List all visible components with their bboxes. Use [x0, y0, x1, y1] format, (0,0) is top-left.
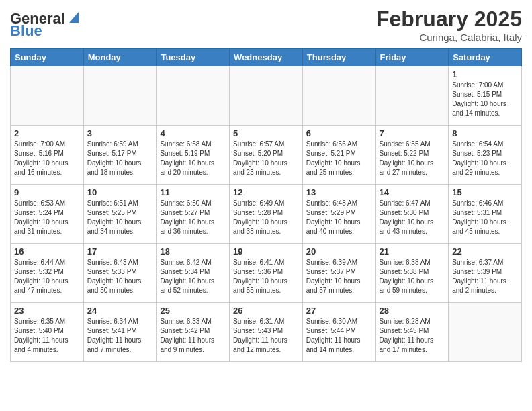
day-info: Sunrise: 6:47 AM Sunset: 5:30 PM Dayligh… — [380, 199, 445, 236]
day-info: Sunrise: 6:42 AM Sunset: 5:34 PM Dayligh… — [160, 258, 226, 295]
table-row: 9Sunrise: 6:53 AM Sunset: 5:24 PM Daylig… — [11, 185, 84, 244]
logo: General Blue — [10, 11, 79, 38]
month-year: February 2025 — [376, 7, 522, 32]
day-info: Sunrise: 6:30 AM Sunset: 5:44 PM Dayligh… — [306, 317, 372, 355]
table-row: 4Sunrise: 6:58 AM Sunset: 5:19 PM Daylig… — [157, 126, 230, 185]
day-info: Sunrise: 6:53 AM Sunset: 5:24 PM Dayligh… — [14, 199, 80, 236]
table-row: 14Sunrise: 6:47 AM Sunset: 5:30 PM Dayli… — [375, 185, 449, 244]
logo-blue: Blue — [10, 24, 42, 38]
day-number: 13 — [306, 187, 372, 197]
day-number: 7 — [380, 128, 445, 138]
table-row — [157, 66, 230, 126]
calendar-table: Sunday Monday Tuesday Wednesday Thursday… — [10, 48, 522, 362]
table-row — [449, 303, 522, 362]
col-monday: Monday — [83, 49, 157, 66]
day-info: Sunrise: 6:46 AM Sunset: 5:31 PM Dayligh… — [452, 199, 518, 236]
table-row — [11, 66, 84, 126]
table-row: 17Sunrise: 6:43 AM Sunset: 5:33 PM Dayli… — [83, 244, 157, 303]
day-number: 9 — [14, 187, 80, 197]
day-number: 1 — [452, 69, 518, 79]
logo-triangle-icon — [66, 12, 79, 24]
table-row: 18Sunrise: 6:42 AM Sunset: 5:34 PM Dayli… — [157, 244, 230, 303]
day-number: 3 — [87, 128, 153, 138]
day-number: 19 — [233, 246, 299, 257]
day-info: Sunrise: 6:34 AM Sunset: 5:41 PM Dayligh… — [87, 317, 153, 355]
day-number: 16 — [14, 246, 80, 257]
day-number: 4 — [160, 128, 226, 138]
day-number: 28 — [380, 306, 445, 316]
day-number: 23 — [14, 306, 80, 316]
table-row: 28Sunrise: 6:28 AM Sunset: 5:45 PM Dayli… — [375, 303, 449, 362]
calendar-header-row: Sunday Monday Tuesday Wednesday Thursday… — [11, 49, 522, 66]
day-number: 20 — [306, 246, 372, 257]
day-number: 8 — [452, 128, 518, 138]
day-number: 10 — [87, 187, 153, 197]
table-row: 7Sunrise: 6:55 AM Sunset: 5:22 PM Daylig… — [375, 126, 449, 185]
table-row — [375, 66, 449, 126]
calendar-week-row: 9Sunrise: 6:53 AM Sunset: 5:24 PM Daylig… — [11, 185, 522, 244]
day-number: 25 — [160, 306, 226, 316]
day-number: 2 — [14, 128, 80, 138]
day-number: 17 — [87, 246, 153, 257]
day-info: Sunrise: 6:58 AM Sunset: 5:19 PM Dayligh… — [160, 140, 226, 177]
table-row: 3Sunrise: 6:59 AM Sunset: 5:17 PM Daylig… — [83, 126, 157, 185]
table-row: 13Sunrise: 6:48 AM Sunset: 5:29 PM Dayli… — [302, 185, 375, 244]
day-number: 12 — [233, 187, 299, 197]
col-wednesday: Wednesday — [230, 49, 303, 66]
table-row: 5Sunrise: 6:57 AM Sunset: 5:20 PM Daylig… — [230, 126, 303, 185]
day-info: Sunrise: 6:37 AM Sunset: 5:39 PM Dayligh… — [452, 258, 518, 295]
day-number: 22 — [452, 246, 518, 257]
table-row: 15Sunrise: 6:46 AM Sunset: 5:31 PM Dayli… — [449, 185, 522, 244]
header: General Blue February 2025 Curinga, Cala… — [10, 7, 522, 43]
day-number: 26 — [233, 306, 299, 316]
day-info: Sunrise: 6:49 AM Sunset: 5:28 PM Dayligh… — [233, 199, 299, 236]
day-number: 15 — [452, 187, 518, 197]
day-info: Sunrise: 6:41 AM Sunset: 5:36 PM Dayligh… — [233, 258, 299, 295]
day-info: Sunrise: 6:33 AM Sunset: 5:42 PM Dayligh… — [160, 317, 226, 355]
table-row: 27Sunrise: 6:30 AM Sunset: 5:44 PM Dayli… — [302, 303, 375, 362]
day-number: 14 — [380, 187, 445, 197]
day-number: 27 — [306, 306, 372, 316]
location: Curinga, Calabria, Italy — [376, 32, 522, 43]
table-row: 21Sunrise: 6:38 AM Sunset: 5:38 PM Dayli… — [375, 244, 449, 303]
col-sunday: Sunday — [11, 49, 84, 66]
day-info: Sunrise: 6:35 AM Sunset: 5:40 PM Dayligh… — [14, 317, 80, 355]
table-row: 25Sunrise: 6:33 AM Sunset: 5:42 PM Dayli… — [157, 303, 230, 362]
col-thursday: Thursday — [302, 49, 375, 66]
table-row: 24Sunrise: 6:34 AM Sunset: 5:41 PM Dayli… — [83, 303, 157, 362]
day-info: Sunrise: 6:59 AM Sunset: 5:17 PM Dayligh… — [87, 140, 153, 177]
table-row: 23Sunrise: 6:35 AM Sunset: 5:40 PM Dayli… — [11, 303, 84, 362]
svg-marker-0 — [69, 12, 79, 23]
day-info: Sunrise: 6:28 AM Sunset: 5:45 PM Dayligh… — [380, 317, 445, 355]
table-row: 19Sunrise: 6:41 AM Sunset: 5:36 PM Dayli… — [230, 244, 303, 303]
table-row: 20Sunrise: 6:39 AM Sunset: 5:37 PM Dayli… — [302, 244, 375, 303]
table-row: 22Sunrise: 6:37 AM Sunset: 5:39 PM Dayli… — [449, 244, 522, 303]
title-block: February 2025 Curinga, Calabria, Italy — [376, 7, 522, 43]
calendar-week-row: 23Sunrise: 6:35 AM Sunset: 5:40 PM Dayli… — [11, 303, 522, 362]
col-tuesday: Tuesday — [157, 49, 230, 66]
table-row — [302, 66, 375, 126]
day-info: Sunrise: 6:39 AM Sunset: 5:37 PM Dayligh… — [306, 258, 372, 295]
table-row: 2Sunrise: 7:00 AM Sunset: 5:16 PM Daylig… — [11, 126, 84, 185]
table-row: 11Sunrise: 6:50 AM Sunset: 5:27 PM Dayli… — [157, 185, 230, 244]
day-info: Sunrise: 7:00 AM Sunset: 5:16 PM Dayligh… — [14, 140, 80, 177]
day-info: Sunrise: 6:56 AM Sunset: 5:21 PM Dayligh… — [306, 140, 372, 177]
day-info: Sunrise: 6:55 AM Sunset: 5:22 PM Dayligh… — [380, 140, 445, 177]
day-info: Sunrise: 6:43 AM Sunset: 5:33 PM Dayligh… — [87, 258, 153, 295]
day-info: Sunrise: 6:31 AM Sunset: 5:43 PM Dayligh… — [233, 317, 299, 355]
table-row: 10Sunrise: 6:51 AM Sunset: 5:25 PM Dayli… — [83, 185, 157, 244]
table-row — [83, 66, 157, 126]
table-row: 6Sunrise: 6:56 AM Sunset: 5:21 PM Daylig… — [302, 126, 375, 185]
table-row: 8Sunrise: 6:54 AM Sunset: 5:23 PM Daylig… — [449, 126, 522, 185]
day-info: Sunrise: 7:00 AM Sunset: 5:15 PM Dayligh… — [452, 81, 518, 118]
calendar-week-row: 1Sunrise: 7:00 AM Sunset: 5:15 PM Daylig… — [11, 66, 522, 126]
calendar-week-row: 16Sunrise: 6:44 AM Sunset: 5:32 PM Dayli… — [11, 244, 522, 303]
day-info: Sunrise: 6:48 AM Sunset: 5:29 PM Dayligh… — [306, 199, 372, 236]
day-info: Sunrise: 6:50 AM Sunset: 5:27 PM Dayligh… — [160, 199, 226, 236]
page: General Blue February 2025 Curinga, Cala… — [0, 0, 532, 372]
day-number: 21 — [380, 246, 445, 257]
day-info: Sunrise: 6:51 AM Sunset: 5:25 PM Dayligh… — [87, 199, 153, 236]
table-row — [230, 66, 303, 126]
col-saturday: Saturday — [449, 49, 522, 66]
day-number: 11 — [160, 187, 226, 197]
